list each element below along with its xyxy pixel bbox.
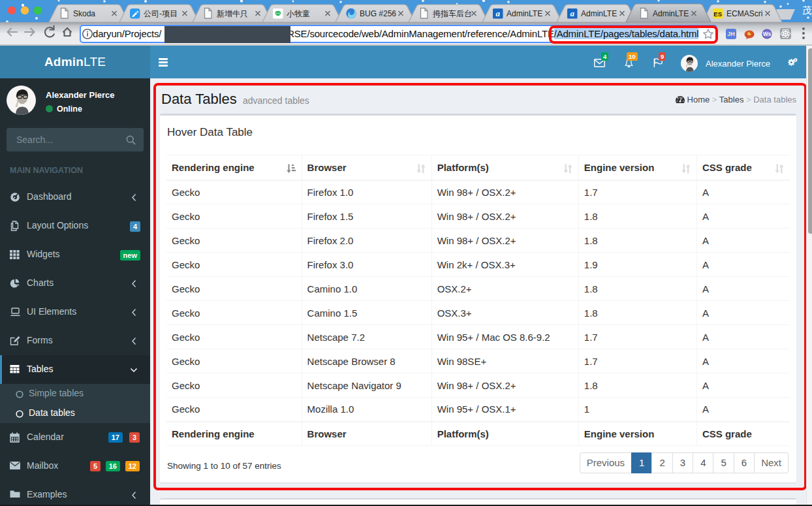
svg-text:茂: 茂: [802, 5, 812, 16]
svg-text:AdminLTE: AdminLTE: [581, 9, 617, 18]
svg-text:公司-项目: 公司-项目: [144, 9, 178, 18]
svg-text:AdminLTE: AdminLTE: [653, 9, 689, 18]
svg-text:小牧童: 小牧童: [287, 9, 310, 18]
svg-text:ECMAScri: ECMAScri: [726, 9, 762, 18]
svg-text:a: a: [570, 8, 574, 18]
svg-text:a: a: [495, 8, 500, 18]
svg-text:BUG #256: BUG #256: [360, 9, 396, 18]
svg-text:拇指车后台: 拇指车后台: [432, 9, 472, 18]
svg-text:Ws: Ws: [763, 31, 772, 37]
svg-text:AdminLTE: AdminLTE: [507, 9, 542, 18]
svg-text:Skoda: Skoda: [73, 9, 95, 18]
svg-text:ES: ES: [713, 10, 722, 18]
svg-text:新增牛只: 新增牛只: [217, 9, 248, 18]
